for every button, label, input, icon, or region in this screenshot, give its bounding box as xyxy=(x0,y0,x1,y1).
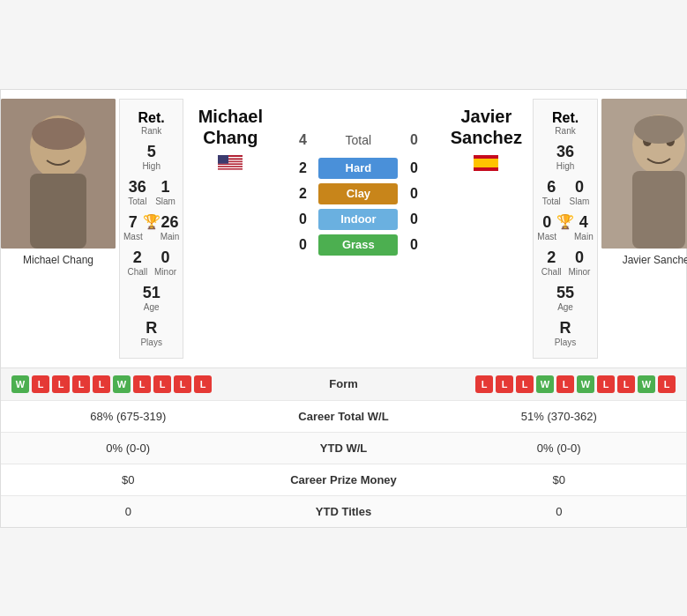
right-age-value: 55 xyxy=(556,284,574,302)
player-right-stats: Ret. Rank 36 High 6 Total 0 Slam xyxy=(533,99,597,359)
bottom-right-val-1: 0% (0-0) xyxy=(432,432,687,464)
left-minor-value: 0 xyxy=(161,249,170,267)
right-flag xyxy=(474,155,498,171)
svg-rect-20 xyxy=(474,159,498,167)
player-left-photo xyxy=(1,99,116,249)
left-plays-label: Plays xyxy=(140,338,161,347)
right-high-row: 36 High xyxy=(537,143,593,171)
bottom-left-val-3: 0 xyxy=(1,495,256,527)
bottom-center-lbl-0: Career Total W/L xyxy=(256,400,432,432)
right-total-label: Total xyxy=(542,197,561,206)
left-slam-label: Slam xyxy=(155,197,175,206)
left-form-badge-9: L xyxy=(194,375,212,393)
left-total-cell: 36 Total xyxy=(123,178,152,206)
top-section: Michael Chang Ret. Rank 5 High 36 Total xyxy=(1,90,686,367)
surface-row-clay: 2 Clay 0 xyxy=(294,183,422,204)
left-slam-value: 1 xyxy=(161,178,170,197)
bottom-left-val-0: 68% (675-319) xyxy=(1,400,256,432)
surface-badge-grass: Grass xyxy=(318,234,398,256)
left-age-row: 51 Age xyxy=(123,284,179,312)
right-slam-cell: 0 Slam xyxy=(565,178,594,206)
right-age-cell: 55 Age xyxy=(537,284,593,312)
left-form-badge-5: W xyxy=(113,375,131,393)
left-form-badge-7: L xyxy=(153,375,171,393)
left-mast-label: Mast xyxy=(123,232,143,241)
left-total-label: Total xyxy=(128,197,146,206)
left-form-badge-6: L xyxy=(133,375,151,393)
surface-badge-clay: Clay xyxy=(318,183,398,204)
surface-left-score: 2 xyxy=(294,186,311,202)
left-form-badge-2: L xyxy=(52,375,70,393)
right-trophy-icon: 🏆 xyxy=(556,213,574,230)
right-form-badge-4: L xyxy=(556,375,574,393)
left-form-badge-1: L xyxy=(32,375,49,393)
right-total-score: 0 xyxy=(405,132,422,148)
left-plays-row: R Plays xyxy=(123,319,179,347)
svg-rect-21 xyxy=(474,155,498,159)
right-plays-row: R Plays xyxy=(537,319,593,347)
bottom-right-val-3: 0 xyxy=(432,495,687,527)
player-left-name-below: Michael Chang xyxy=(23,254,93,266)
right-mast-label: Mast xyxy=(537,232,556,241)
bottom-stat-row-0: 68% (675-319) Career Total W/L 51% (370-… xyxy=(1,400,686,432)
bottom-stats-body: 68% (675-319) Career Total W/L 51% (370-… xyxy=(1,400,686,527)
svg-rect-2 xyxy=(30,174,86,249)
right-high-value: 36 xyxy=(556,143,574,161)
right-form-badge-9: L xyxy=(658,375,676,393)
left-total-value: 36 xyxy=(129,178,146,197)
surface-left-score: 0 xyxy=(294,237,311,253)
bottom-center-lbl-1: YTD W/L xyxy=(256,432,432,464)
right-high-label: High xyxy=(556,161,575,171)
surface-rows: 2 Hard 0 2 Clay 0 0 Indoor 0 0 Grass 0 xyxy=(294,153,422,260)
left-main-label: Main xyxy=(161,232,180,241)
player-left-photo-area: Michael Chang xyxy=(1,99,116,359)
main-container: Michael Chang Ret. Rank 5 High 36 Total xyxy=(0,89,687,528)
right-minor-value: 0 xyxy=(575,249,584,267)
right-form-badge-2: L xyxy=(516,375,534,393)
player-right-photo xyxy=(601,99,687,249)
right-form-badge-8: W xyxy=(638,375,655,393)
right-form-badges: LLLWLWLLWL xyxy=(475,375,676,393)
bottom-stats-table: 68% (675-319) Career Total W/L 51% (370-… xyxy=(1,400,686,527)
svg-rect-22 xyxy=(474,167,498,171)
left-high-value: 5 xyxy=(147,143,156,161)
left-mast-value: 7 xyxy=(129,213,138,232)
right-plays-label: Plays xyxy=(555,338,576,347)
svg-rect-12 xyxy=(218,163,243,164)
left-slam-cell: 1 Slam xyxy=(152,178,180,206)
scores-panel: 4 Total 0 2 Hard 0 2 Clay 0 0 Indoor 0 0… xyxy=(270,132,446,260)
surface-row-hard: 2 Hard 0 xyxy=(294,158,422,179)
right-minor-cell: 0 Minor xyxy=(565,249,594,277)
left-rank-value: Ret. xyxy=(138,110,165,126)
svg-rect-18 xyxy=(218,155,228,164)
right-form-badge-3: W xyxy=(536,375,554,393)
right-age-label: Age xyxy=(557,302,573,312)
bottom-center-lbl-3: YTD Titles xyxy=(256,495,432,527)
right-form-badge-5: W xyxy=(577,375,594,393)
left-minor-label: Minor xyxy=(154,267,176,277)
left-age-label: Age xyxy=(144,302,160,312)
right-form-badge-0: L xyxy=(475,375,493,393)
surface-left-score: 0 xyxy=(294,212,311,227)
player-right-photo-area: Javier Sanchez xyxy=(601,99,687,359)
surface-right-score: 0 xyxy=(405,186,422,202)
left-minor-cell: 0 Minor xyxy=(152,249,180,277)
left-age-value: 51 xyxy=(143,284,161,302)
left-form-badge-8: L xyxy=(174,375,191,393)
left-chall-value: 2 xyxy=(133,249,142,267)
svg-rect-14 xyxy=(218,166,243,167)
left-plays-value: R xyxy=(146,319,157,338)
left-rank: Ret. Rank xyxy=(138,110,165,136)
left-form-badge-4: L xyxy=(93,375,110,393)
right-main-label: Main xyxy=(574,232,594,241)
surface-right-score: 0 xyxy=(405,212,422,227)
form-label: Form xyxy=(300,377,388,390)
left-chall-label: Chall xyxy=(127,267,147,277)
left-form-badge-0: W xyxy=(11,375,29,393)
left-high-row: 5 High xyxy=(123,143,179,171)
left-trophy-cell: 🏆 xyxy=(143,213,161,241)
total-row: 4 Total 0 xyxy=(270,132,446,148)
svg-point-28 xyxy=(634,115,683,144)
right-total-cell: 6 Total xyxy=(537,178,565,206)
svg-rect-16 xyxy=(218,168,243,169)
